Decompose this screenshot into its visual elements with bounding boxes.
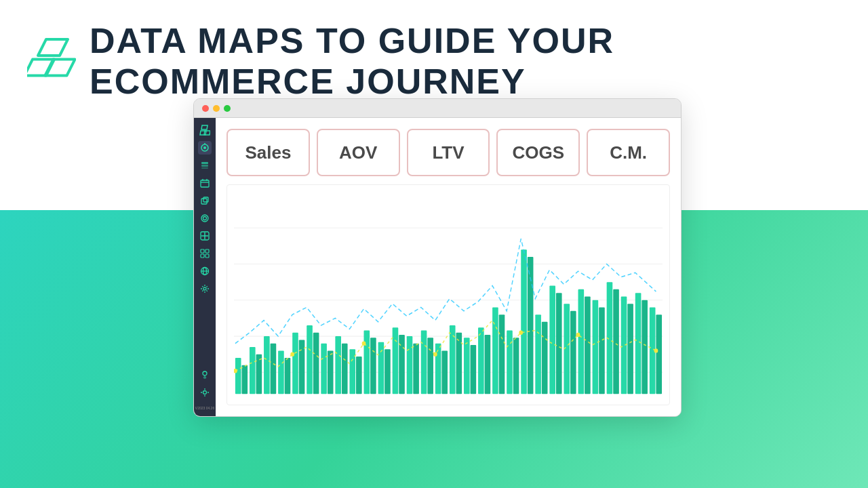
chart-area [226, 184, 670, 405]
trend-dot [576, 333, 580, 337]
tab-sales[interactable]: Sales [226, 129, 310, 176]
trend-dot [654, 348, 658, 352]
svg-rect-80 [535, 314, 541, 394]
tab-aov[interactable]: AOV [317, 129, 400, 176]
sidebar-logo-icon[interactable] [198, 123, 212, 137]
svg-rect-51 [328, 350, 334, 394]
svg-rect-77 [513, 338, 519, 394]
bar-chart [234, 192, 663, 401]
sidebar-layers-icon[interactable] [198, 159, 212, 172]
svg-rect-25 [201, 254, 204, 258]
svg-rect-87 [585, 297, 591, 394]
svg-rect-55 [356, 357, 362, 394]
svg-marker-5 [204, 131, 210, 135]
svg-rect-52 [335, 336, 341, 394]
svg-rect-10 [201, 165, 208, 167]
svg-rect-44 [278, 350, 284, 394]
svg-rect-26 [205, 254, 209, 258]
svg-rect-81 [542, 322, 548, 394]
sidebar-gear-icon[interactable] [198, 282, 212, 296]
browser-content: V2023 04.26 Sales AOV LTV COGS C.M. [194, 118, 681, 416]
svg-point-19 [203, 217, 207, 220]
svg-rect-86 [578, 289, 585, 394]
svg-marker-4 [200, 131, 206, 135]
svg-rect-74 [492, 307, 498, 394]
sidebar-target-icon[interactable] [198, 211, 212, 225]
page-title: DATA MAPS TO GUIDE YOUR ECOMMERCE JOURNE… [90, 20, 868, 102]
svg-rect-50 [321, 344, 327, 394]
svg-rect-69 [456, 333, 462, 394]
svg-point-32 [203, 391, 207, 394]
svg-rect-57 [370, 338, 376, 394]
svg-rect-94 [635, 293, 642, 394]
svg-rect-76 [507, 331, 513, 394]
svg-rect-95 [642, 300, 648, 394]
svg-rect-71 [471, 345, 477, 394]
sidebar-calendar-icon[interactable] [198, 176, 212, 190]
svg-rect-17 [203, 197, 208, 202]
svg-rect-53 [342, 344, 348, 394]
svg-rect-83 [556, 293, 562, 394]
tab-cm[interactable]: C.M. [587, 129, 670, 176]
svg-rect-9 [201, 162, 208, 164]
svg-rect-67 [441, 350, 448, 394]
svg-point-30 [203, 287, 206, 290]
sidebar: V2023 04.26 [194, 118, 216, 416]
svg-rect-60 [393, 327, 399, 394]
svg-rect-63 [413, 344, 419, 394]
trend-dot [290, 352, 294, 357]
trend-dot [519, 331, 523, 335]
svg-rect-43 [271, 344, 277, 394]
svg-marker-0 [38, 39, 68, 56]
logo-icon [27, 30, 76, 92]
svg-rect-23 [201, 249, 204, 253]
svg-rect-48 [307, 325, 313, 394]
svg-point-18 [201, 215, 208, 222]
trend-dot [362, 342, 366, 346]
minimize-button[interactable] [213, 105, 220, 112]
maximize-button[interactable] [224, 105, 231, 112]
sidebar-pin-icon[interactable] [198, 368, 212, 382]
browser-titlebar [194, 99, 681, 118]
svg-rect-93 [627, 304, 633, 394]
svg-rect-85 [570, 311, 576, 394]
svg-rect-89 [599, 307, 605, 394]
svg-point-7 [203, 146, 206, 149]
close-button[interactable] [202, 105, 209, 112]
sidebar-cube-icon[interactable] [198, 194, 212, 207]
sidebar-settings-icon[interactable] [198, 386, 212, 399]
svg-rect-75 [499, 314, 505, 394]
svg-rect-82 [549, 286, 555, 394]
tab-cogs[interactable]: COGS [496, 129, 580, 176]
svg-rect-91 [613, 289, 619, 394]
trend-dot [433, 352, 437, 357]
sidebar-grid-icon[interactable] [198, 247, 212, 260]
sidebar-plus-icon[interactable] [198, 229, 212, 243]
svg-rect-68 [450, 325, 456, 394]
svg-rect-59 [384, 349, 391, 394]
header: DATA MAPS TO GUIDE YOUR ECOMMERCE JOURNE… [27, 20, 868, 102]
svg-rect-65 [427, 338, 433, 394]
svg-rect-61 [399, 335, 405, 394]
svg-rect-11 [201, 167, 208, 169]
svg-marker-3 [201, 125, 208, 129]
svg-rect-56 [364, 331, 370, 394]
tab-ltv[interactable]: LTV [407, 129, 490, 176]
svg-point-31 [203, 371, 207, 375]
svg-rect-66 [435, 344, 441, 394]
sidebar-globe-icon[interactable] [198, 264, 212, 278]
svg-rect-88 [593, 300, 599, 394]
svg-rect-41 [256, 354, 262, 394]
svg-rect-72 [478, 327, 484, 394]
version-label: V2023 04.26 [195, 406, 214, 411]
svg-rect-92 [621, 297, 627, 394]
svg-rect-78 [521, 249, 527, 394]
svg-rect-38 [235, 358, 241, 394]
browser-window: V2023 04.26 Sales AOV LTV COGS C.M. [193, 98, 682, 417]
svg-rect-45 [285, 358, 291, 394]
svg-rect-58 [378, 342, 384, 394]
svg-rect-70 [464, 338, 470, 394]
sidebar-dashboard-icon[interactable] [198, 141, 212, 155]
main-content: Sales AOV LTV COGS C.M. [216, 118, 681, 416]
metric-tabs: Sales AOV LTV COGS C.M. [226, 129, 670, 176]
